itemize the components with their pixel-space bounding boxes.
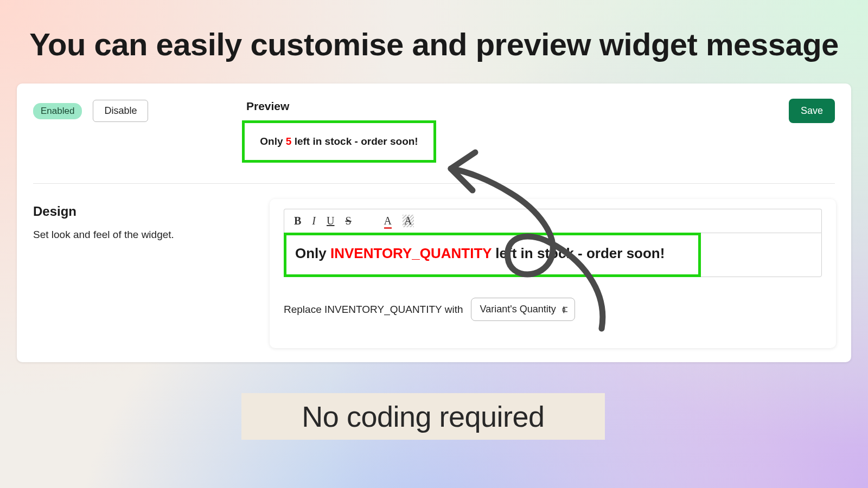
design-section-subtitle: Set look and feel of the widget. xyxy=(33,229,174,241)
preview-highlight-box: Only 5 left in stock - order soon! xyxy=(242,120,436,163)
section-divider xyxy=(33,183,835,184)
design-section-title: Design xyxy=(33,204,76,219)
editor-text-after: left in stock - order soon! xyxy=(492,245,665,261)
preview-text: Only 5 left in stock - order soon! xyxy=(260,136,418,147)
text-color-icon[interactable]: A xyxy=(384,215,392,227)
editor-text-before: Only xyxy=(295,245,330,261)
replace-select-value: Variant's Quantity xyxy=(480,304,556,314)
message-editor-input[interactable]: Only INVENTORY_QUANTITY left in stock - … xyxy=(284,233,822,277)
subheadline-box: No coding required xyxy=(241,393,605,440)
replace-select[interactable]: Variant's Quantity ▲▼ xyxy=(471,298,575,321)
editor-toolbar: B I U S A A xyxy=(284,209,822,233)
select-caret-icon: ▲▼ xyxy=(561,306,567,313)
replace-row: Replace INVENTORY_QUANTITY with Variant'… xyxy=(284,298,575,321)
underline-icon[interactable]: U xyxy=(327,215,334,227)
strikethrough-icon[interactable]: S xyxy=(345,215,351,227)
preview-label: Preview xyxy=(246,100,289,113)
page-headline: You can easily customise and preview wid… xyxy=(0,26,868,62)
subheadline-text: No coding required xyxy=(302,400,544,433)
preview-text-before: Only xyxy=(260,136,286,147)
bold-icon[interactable]: B xyxy=(294,215,301,227)
top-row: Enabled Disable Save xyxy=(33,100,835,122)
editor-content: Only INVENTORY_QUANTITY left in stock - … xyxy=(295,245,665,262)
disable-button[interactable]: Disable xyxy=(93,100,148,122)
preview-quantity: 5 xyxy=(286,136,292,147)
replace-label: Replace INVENTORY_QUANTITY with xyxy=(284,304,463,316)
page-background: You can easily customise and preview wid… xyxy=(0,0,868,488)
status-badge: Enabled xyxy=(33,103,82,119)
editor-panel: B I U S A A Only INVENTORY_QUANTITY left… xyxy=(270,199,836,348)
settings-card: Enabled Disable Save Preview Only 5 left… xyxy=(17,84,851,362)
editor-variable: INVENTORY_QUANTITY xyxy=(330,245,492,261)
italic-icon[interactable]: I xyxy=(312,215,316,227)
preview-text-after: left in stock - order soon! xyxy=(291,136,418,147)
save-button[interactable]: Save xyxy=(789,99,835,123)
text-highlight-icon[interactable]: A xyxy=(403,215,413,227)
